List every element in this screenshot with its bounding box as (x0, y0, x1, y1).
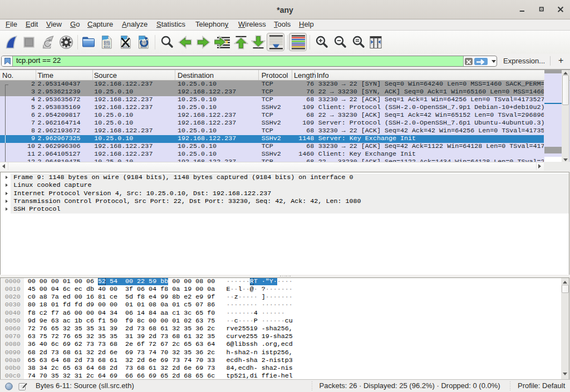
svg-text:0313: 0313 (104, 46, 110, 48)
